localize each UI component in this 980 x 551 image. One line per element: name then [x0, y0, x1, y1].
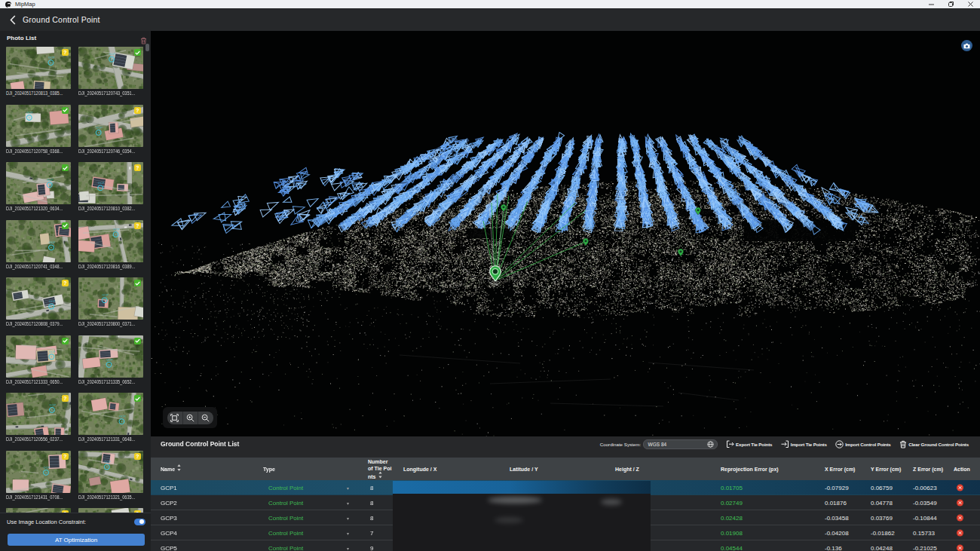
photo-list-sidebar: Photo List ?DJI_20240517120813_0385...DJ… [0, 31, 151, 551]
gcp-tie-points: 9 [370, 544, 373, 551]
photo-filename: DJI_20240517121333_0650... [6, 379, 72, 384]
photo-thumbnail[interactable]: DJI_20240517121320_0634... [6, 162, 71, 213]
gcp-table: Name Type Number of Tie Points Longitude… [151, 458, 980, 551]
gcp-row-gcp1[interactable]: GCP1Control Point▾80.01705-0.079290.0675… [151, 480, 980, 495]
gcp-type[interactable]: Control Point [268, 544, 303, 551]
type-dropdown-chevron-icon[interactable]: ▾ [347, 530, 349, 535]
gcp-type[interactable]: Control Point [268, 529, 303, 536]
maximize-button[interactable] [941, 0, 960, 8]
col-x-error[interactable]: X Error (cm) [825, 465, 855, 473]
window-title: MipMap [15, 0, 35, 8]
check-badge-icon [62, 164, 69, 171]
zoom-out-button[interactable] [198, 412, 213, 424]
import-tie-points-button[interactable]: Import Tie Points [781, 440, 827, 448]
gcp-row-gcp3[interactable]: GCP3Control Point▾80.02428-0.034580.0376… [151, 510, 980, 525]
gcp-type[interactable]: Control Point [268, 484, 303, 491]
import-control-points-button[interactable]: Import Control Points [835, 440, 890, 448]
gcp-panel: Ground Control Point List Coordinate Sys… [151, 436, 980, 551]
zoom-in-button[interactable] [182, 412, 198, 424]
gcp-x-error: -0.07929 [825, 484, 849, 491]
photo-thumbnail[interactable]: ?DJI_20240517120816_0389... [78, 220, 143, 271]
coordinate-system-value: WGS 84 [648, 442, 707, 447]
photo-thumbnail[interactable]: ?DJI_20240517120810_0382... [78, 162, 143, 213]
gcp-x-error: -0.04208 [825, 529, 849, 536]
photo-thumbnail[interactable]: DJI_20240517121333_0650... [6, 335, 71, 387]
photo-filename: DJI_20240517120816_0389... [78, 264, 145, 269]
gcp-tie-points: 7 [370, 529, 373, 536]
zoom-in-icon [186, 414, 194, 422]
photo-thumbnail[interactable]: DJI_20240517120800_0371... [78, 277, 143, 329]
gcp-type[interactable]: Control Point [268, 499, 303, 506]
minimize-button[interactable] [921, 0, 941, 8]
type-dropdown-chevron-icon[interactable]: ▾ [347, 545, 349, 550]
question-badge-icon: ? [134, 222, 141, 229]
col-longitude[interactable]: Longitude / X [403, 465, 436, 473]
gcp-z-error: -0.03549 [913, 499, 937, 506]
export-icon [726, 440, 734, 448]
photo-thumbnail[interactable]: DJI_20240517120743_0351... [78, 47, 143, 98]
fit-view-button[interactable] [167, 412, 182, 424]
question-badge-icon: ? [134, 453, 141, 460]
gcp-y-error: -0.01862 [871, 529, 895, 536]
col-y-error[interactable]: Y Error (cm) [871, 465, 901, 473]
col-height[interactable]: Height / Z [615, 465, 639, 473]
photo-filename: DJI_20240517120746_0354... [78, 148, 145, 154]
gcp-reprojection-error: 0.01908 [721, 529, 743, 536]
constraint-toggle[interactable] [134, 519, 145, 525]
photo-thumbnail[interactable]: ?DJI_20240517121321_0635... [78, 451, 143, 502]
check-badge-icon [134, 49, 141, 56]
photo-thumbnail[interactable]: ?DJI_20240517120556_0237... [6, 393, 71, 444]
3d-viewport[interactable] [151, 31, 980, 436]
gcp-y-error: 0.03769 [871, 514, 893, 521]
col-name[interactable]: Name [161, 464, 181, 473]
clear-gcp-button[interactable]: Clear Ground Control Points [899, 440, 969, 448]
gcp-type[interactable]: Control Point [268, 514, 303, 521]
type-dropdown-chevron-icon[interactable]: ▾ [347, 515, 349, 520]
gcp-row-gcp2[interactable]: GCP2Control Point▾80.027490.018760.04778… [151, 495, 980, 510]
coordinate-system-input[interactable]: WGS 84 [643, 439, 718, 449]
type-dropdown-chevron-icon[interactable]: ▾ [347, 485, 349, 490]
delete-gcp-button[interactable] [957, 484, 963, 491]
photo-thumbnail[interactable]: ?DJI_20240517120813_0385... [6, 47, 71, 98]
camera-icon[interactable] [961, 40, 972, 51]
col-latitude[interactable]: Latitude / Y [510, 465, 538, 473]
delete-gcp-button[interactable] [957, 529, 963, 536]
photo-thumbnail[interactable]: ?DJI_20240517120746_0354... [78, 105, 143, 156]
col-tie-points[interactable]: Number of Tie Points [368, 458, 392, 480]
gcp-row-gcp5[interactable]: GCP5Control Point▾90.04544-0.1360.04248-… [151, 540, 980, 551]
gcp-row-gcp4[interactable]: GCP4Control Point▾70.01908-0.04208-0.018… [151, 525, 980, 540]
photo-thumbnail[interactable]: DJI_20240517120758_0368... [6, 105, 71, 156]
col-type[interactable]: Type [263, 465, 275, 473]
delete-gcp-button[interactable] [957, 514, 963, 521]
photo-thumbnail[interactable]: ?DJI_20240517120808_0379... [6, 277, 71, 329]
col-z-error[interactable]: Z Error (cm) [913, 465, 943, 473]
globe-glyph-icon [707, 441, 714, 448]
delete-gcp-button[interactable] [957, 544, 963, 551]
export-tie-points-button[interactable]: Export Tie Points [726, 440, 772, 448]
gcp-reprojection-error: 0.04544 [721, 544, 743, 551]
col-reprojection[interactable]: Reprojection Error (px) [721, 465, 779, 473]
import-control-points-label: Import Control Points [845, 442, 890, 447]
photo-list-title: Photo List [7, 35, 36, 41]
close-button[interactable] [960, 0, 980, 8]
trash-icon[interactable] [140, 34, 147, 41]
gcp-z-error: -0.10844 [913, 514, 937, 521]
delete-gcp-button[interactable] [957, 499, 963, 506]
fit-view-icon [170, 414, 179, 422]
gcp-z-error: 0.15733 [913, 529, 935, 536]
globe-icon[interactable] [707, 441, 714, 448]
at-optimization-button[interactable]: AT Optimization [8, 534, 145, 546]
type-dropdown-chevron-icon[interactable]: ▾ [347, 500, 349, 505]
gcp-table-rows: GCP1Control Point▾80.01705-0.079290.0675… [151, 480, 980, 551]
gcp-name: GCP2 [161, 499, 177, 506]
photo-list-scrollbar[interactable] [145, 44, 149, 51]
back-icon[interactable] [10, 15, 16, 25]
gcp-reprojection-error: 0.01705 [721, 484, 743, 491]
photo-thumbnail[interactable]: DJI_20240517120741_0348... [6, 220, 71, 271]
photo-thumbnail[interactable]: ?DJI_20240517121431_0708... [6, 451, 71, 502]
point-cloud-scene[interactable] [151, 31, 980, 436]
gcp-y-error: 0.06759 [871, 484, 893, 491]
import-tie-points-label: Import Tie Points [791, 442, 827, 447]
photo-thumbnail[interactable]: DJI_20240517121335_0652... [78, 335, 143, 387]
photo-thumbnail[interactable]: DJI_20240517121331_0648... [78, 393, 143, 444]
